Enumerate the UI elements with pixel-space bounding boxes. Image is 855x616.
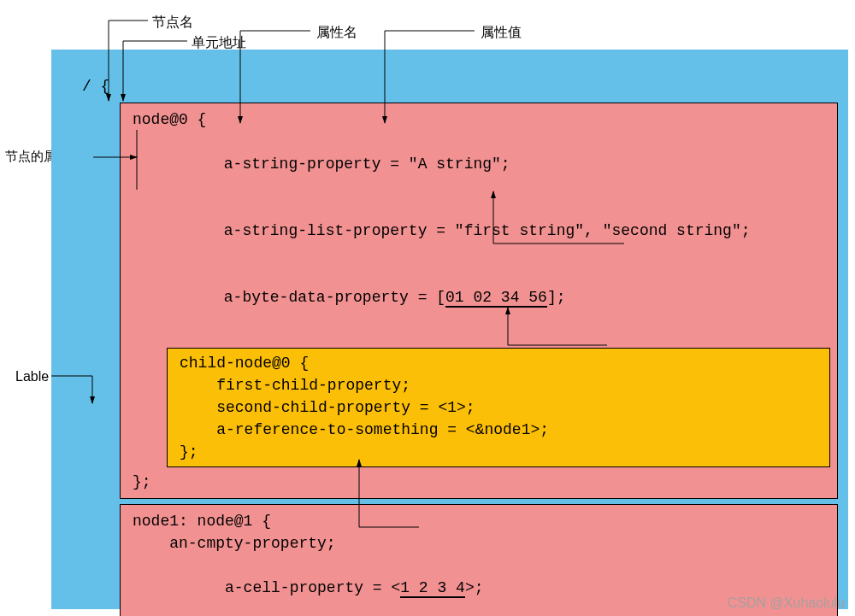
node1-cells: 1 2 3 4 bbox=[400, 579, 465, 598]
node0-l3b: ]; bbox=[547, 289, 566, 306]
label-property-name: 属性名 bbox=[316, 24, 357, 42]
node0-open: node@0 { bbox=[133, 109, 830, 131]
label-node-name: 节点名 bbox=[152, 14, 193, 32]
node0-l2: a-string-list-property = "first string",… bbox=[224, 222, 751, 239]
root-open: / { bbox=[82, 75, 838, 97]
node1-l2b: >; bbox=[465, 579, 484, 596]
node1-l2a: a-cell-property = < bbox=[188, 579, 400, 596]
node1-l1: an-cmpty-property; bbox=[133, 532, 830, 554]
node0-l3a: a-byte-data-property = [ bbox=[224, 289, 445, 306]
node0-l1: a-string-property = "A string"; bbox=[224, 155, 510, 173]
child0-l1: first-child-property; bbox=[180, 374, 823, 396]
child0-l3: a-reference-to-something = <&node1>; bbox=[180, 419, 823, 441]
node1-open: node1: node@1 { bbox=[133, 510, 830, 532]
node0-bytes: 01 02 34 56 bbox=[445, 289, 547, 308]
node0-l3-wrap: a-byte-data-property = [01 02 34 56]; bbox=[133, 264, 830, 331]
child0-l2: second-child-property = <1>; bbox=[180, 396, 823, 419]
node0-close: }; bbox=[133, 471, 830, 493]
node0-box: node@0 { a-string-property = "A string";… bbox=[120, 103, 838, 499]
label-property-value: 属性值 bbox=[481, 24, 522, 42]
child0-box: child-node@0 { first-child-property; sec… bbox=[167, 348, 830, 467]
node0-indent: a-string-property = "A string"; bbox=[133, 131, 830, 197]
node1-l2-wrap: a-cell-property = <1 2 3 4>; bbox=[133, 554, 830, 616]
diagram-canvas: / { node@0 { a-string-property = "A stri… bbox=[51, 50, 848, 609]
watermark: CSDN @Xuhaolulu bbox=[728, 595, 845, 611]
child0-close: }; bbox=[180, 441, 823, 463]
child0-open: child-node@0 { bbox=[180, 352, 823, 374]
node0-l2-wrap: a-string-list-property = "first string",… bbox=[133, 197, 830, 264]
label-lable: Lable bbox=[15, 369, 49, 384]
